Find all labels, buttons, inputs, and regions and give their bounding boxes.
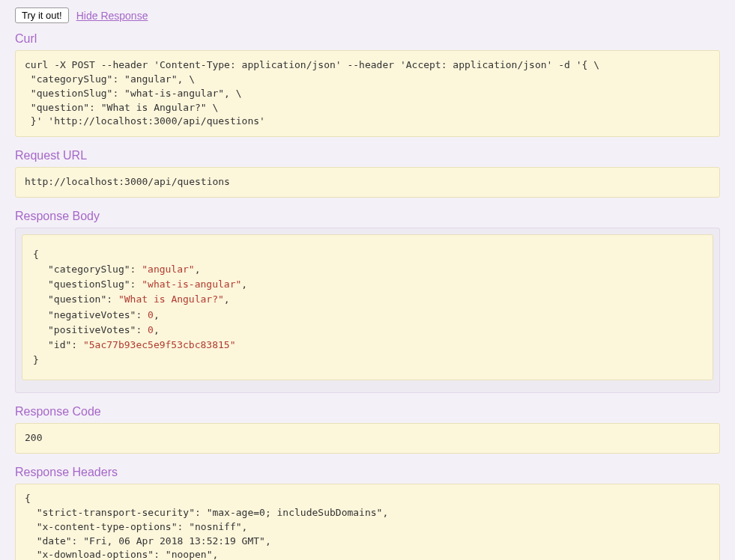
response-headers-title: Response Headers [15,466,720,479]
response-body-panel: { "categorySlug": "angular", "questionSl… [15,228,720,393]
request-url-code: http://localhost:3000/api/questions [15,167,720,198]
response-body-section: Response Body { "categorySlug": "angular… [15,210,720,393]
response-code-value: 200 [15,423,720,454]
response-body-title: Response Body [15,210,720,223]
response-body-json: { "categorySlug": "angular", "questionSl… [22,234,713,380]
request-url-title: Request URL [15,149,720,162]
json-question-slug: what-is-angular [148,279,235,290]
request-url-section: Request URL http://localhost:3000/api/qu… [15,149,720,198]
hide-response-link[interactable]: Hide Response [76,10,148,22]
response-code-section: Response Code 200 [15,405,720,454]
curl-title: Curl [15,32,720,46]
json-question: What is Angular? [124,293,218,305]
json-negative-votes: 0 [148,309,154,320]
response-code-title: Response Code [15,405,720,419]
json-id: 5ac77b93ec5e9f53cbc83815 [89,339,230,350]
json-positive-votes: 0 [148,324,154,335]
response-headers-section: Response Headers { "strict-transport-sec… [15,466,720,560]
toolbar: Try it out! Hide Response [15,7,720,23]
try-it-out-button[interactable]: Try it out! [15,7,69,23]
response-headers-code: { "strict-transport-security": "max-age=… [15,484,720,560]
json-category-slug: angular [148,264,189,275]
curl-section: Curl curl -X POST --header 'Content-Type… [15,32,720,137]
curl-code: curl -X POST --header 'Content-Type: app… [15,50,720,137]
